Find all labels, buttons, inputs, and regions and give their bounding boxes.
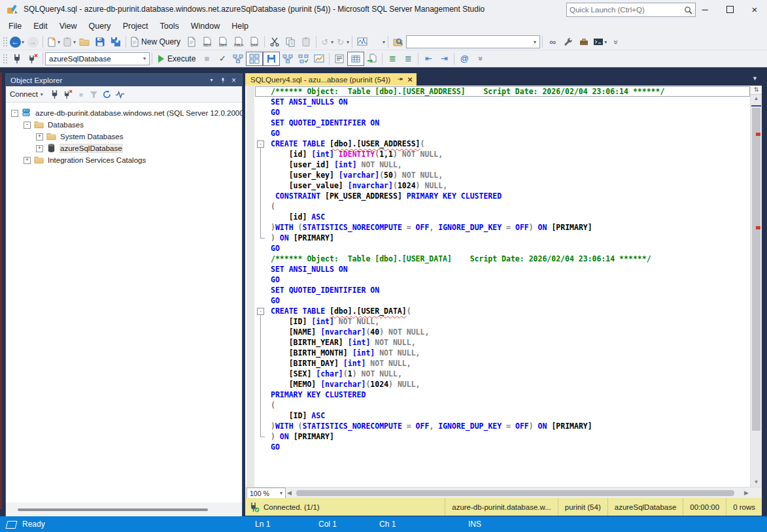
collapse-box-icon[interactable]: - — [11, 110, 18, 117]
tree-item-azuresqldatabase[interactable]: +azureSqlDatabase — [6, 142, 242, 154]
toolbar-options-button[interactable]: » — [607, 35, 623, 49]
expand-box-icon[interactable]: + — [36, 145, 43, 152]
copy-button[interactable] — [282, 35, 298, 49]
tree-item-server[interactable]: -azure-db-purinit.database.windows.net (… — [6, 107, 242, 119]
refresh-icon[interactable] — [101, 88, 114, 100]
save-button[interactable] — [92, 35, 108, 49]
scroll-up-arrow[interactable]: ▲ — [751, 94, 762, 103]
collapse-box-icon[interactable]: - — [24, 122, 31, 129]
zoom-combo[interactable]: 100 % ▾ — [247, 488, 286, 499]
estimated-plan-button[interactable] — [230, 52, 246, 66]
menu-window[interactable]: Window — [185, 18, 226, 34]
live-query-statistics-button[interactable] — [296, 52, 311, 66]
scrollbar-thumb[interactable] — [752, 108, 760, 431]
maximize-button[interactable] — [717, 0, 742, 18]
menu-view[interactable]: View — [54, 18, 83, 34]
find-combo[interactable]: ▾ — [406, 35, 540, 48]
oe-connect-button[interactable] — [48, 88, 61, 100]
open-file-button[interactable] — [77, 35, 92, 49]
results-to-file-button[interactable] — [364, 52, 380, 66]
tree-item-databases[interactable]: -Databases — [6, 119, 242, 131]
client-statistics-button[interactable] — [311, 52, 327, 66]
panel-menu-caret-icon[interactable]: ▾ — [206, 75, 217, 85]
oe-stop-button[interactable]: ■ — [75, 88, 88, 100]
results-to-grid-button[interactable] — [347, 52, 364, 66]
intellisense-enabled-button[interactable] — [263, 52, 280, 66]
change-connection-button[interactable] — [25, 52, 41, 66]
tab-list-caret-icon[interactable]: ▼ — [752, 75, 758, 82]
menu-tools[interactable]: Tools — [154, 18, 185, 34]
splitter-handle-icon[interactable]: ⇅ — [751, 86, 762, 95]
analysis-xmla-query-button[interactable]: XMLA — [231, 35, 247, 49]
new-project-button[interactable]: ▾ — [45, 35, 61, 49]
add-item-button[interactable]: ▾ — [61, 35, 77, 49]
activity-monitor-icon[interactable] — [114, 88, 127, 100]
navigate-forward-button[interactable]: → — [25, 35, 41, 49]
save-all-button[interactable] — [108, 35, 124, 49]
menu-project[interactable]: Project — [117, 18, 154, 34]
menu-query[interactable]: Query — [83, 18, 117, 34]
pin-icon[interactable] — [217, 75, 228, 85]
quick-launch-box[interactable] — [566, 3, 696, 17]
analysis-dmx-query-button[interactable]: DMX — [215, 35, 231, 49]
scrollbar-thumb[interactable] — [18, 508, 208, 511]
activity-monitor-button[interactable] — [354, 35, 370, 49]
scroll-left-arrow[interactable]: ◀ — [287, 488, 292, 498]
quick-launch-input[interactable] — [567, 6, 683, 14]
more-commands-button[interactable]: ▾ — [370, 35, 386, 49]
tree-item-integration-services-catalogs[interactable]: +Integration Services Catalogs — [6, 154, 242, 166]
pin-icon[interactable] — [397, 76, 403, 84]
new-query-button[interactable]: New Query — [128, 35, 184, 49]
oe-disconnect-button[interactable] — [61, 88, 75, 100]
increase-indent-button[interactable]: ⇥ — [436, 52, 452, 66]
results-to-text-button[interactable] — [332, 52, 347, 66]
menu-help[interactable]: Help — [226, 18, 254, 34]
close-panel-icon[interactable]: × — [228, 75, 239, 85]
redo-button[interactable]: ↻▾ — [334, 35, 350, 49]
uncomment-lines-button[interactable]: ≣ — [400, 52, 416, 66]
decrease-indent-button[interactable]: ⇤ — [420, 52, 436, 66]
menu-edit[interactable]: Edit — [27, 18, 54, 34]
minimize-button[interactable]: ─ — [692, 0, 717, 18]
tree-item-system-databases[interactable]: +System Databases — [6, 131, 242, 142]
scroll-down-arrow[interactable]: ▼ — [751, 478, 762, 487]
connect-button[interactable] — [9, 52, 25, 66]
parse-button[interactable]: ✓ — [214, 52, 230, 66]
close-button[interactable]: × — [742, 0, 767, 18]
visual-studio-button[interactable]: ∞ — [545, 35, 560, 49]
filter-icon[interactable] — [88, 88, 101, 100]
query-options-button[interactable] — [246, 52, 263, 66]
code-editor-surface[interactable]: /****** Object: Table [dbo].[USER_ADDRES… — [245, 86, 762, 487]
cancel-query-button[interactable]: ■ — [199, 52, 214, 66]
template-parameters-button[interactable]: @ — [456, 52, 472, 66]
tab-sqlquery4[interactable]: SQLQuery4.sql - azu...abase (purinit (54… — [245, 73, 417, 86]
command-window-button[interactable]: ▾ — [592, 35, 607, 49]
find-in-objects-button[interactable] — [390, 35, 406, 49]
analysis-dax-query-button[interactable]: DAX — [247, 35, 262, 49]
cut-button[interactable] — [267, 35, 282, 49]
collapse-box-icon[interactable]: - — [257, 141, 264, 148]
object-explorer-titlebar[interactable]: Object Explorer ▾ × — [6, 74, 242, 86]
execute-button[interactable]: Execute — [154, 52, 199, 66]
menu-file[interactable]: File — [3, 18, 27, 34]
editor-vscrollbar[interactable]: ⇅ ▲ ▼ — [750, 86, 762, 487]
paste-button[interactable] — [298, 35, 314, 49]
available-databases-combo[interactable]: azureSqlDatabase▾ — [45, 52, 150, 65]
query-toolbar-options-button[interactable]: » — [472, 52, 488, 66]
database-engine-query-button[interactable] — [184, 35, 199, 49]
comment-lines-button[interactable]: ≣ — [384, 52, 400, 66]
actual-plan-button[interactable] — [280, 52, 296, 66]
undo-button[interactable]: ↺▾ — [318, 35, 334, 49]
scrollbar-thumb[interactable] — [296, 490, 734, 496]
close-tab-icon[interactable]: × — [407, 75, 413, 84]
connect-menu-button[interactable]: Connect ▾ — [10, 90, 43, 98]
toolbox-button[interactable] — [576, 35, 592, 49]
scroll-right-arrow[interactable]: ▶ — [744, 488, 749, 498]
object-explorer-hscrollbar[interactable] — [6, 503, 242, 516]
expand-box-icon[interactable]: + — [36, 133, 43, 141]
expand-box-icon[interactable]: + — [24, 157, 31, 164]
analysis-mdx-query-button[interactable]: MDX — [199, 35, 215, 49]
navigate-backward-button[interactable]: ←▾ — [9, 35, 25, 49]
wrench-button[interactable] — [560, 35, 576, 49]
editor-hscrollbar[interactable]: 100 % ▾ ◀ ▶ — [245, 487, 762, 498]
